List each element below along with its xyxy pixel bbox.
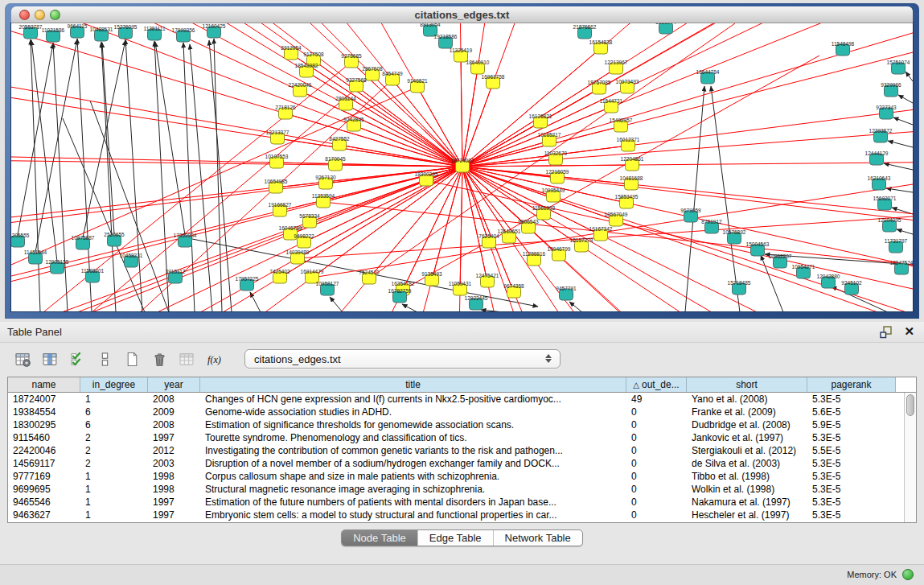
network-node[interactable]: 8912954 [281,45,302,60]
network-node[interactable]: 16126821 [529,113,552,128]
network-node[interactable]: 11568201 [81,268,105,282]
function-builder-icon[interactable]: f(x) [204,350,224,368]
tab-node-table[interactable]: Node Table [342,530,418,546]
network-node[interactable]: 12610651 [498,229,521,243]
network-node[interactable]: 11451544 [24,249,47,264]
float-panel-icon[interactable] [879,326,893,339]
network-node[interactable]: 15004563 [746,241,770,256]
network-node[interactable]: 10576892 [723,229,746,244]
network-node[interactable]: 15492957 [610,117,633,132]
table-row[interactable]: 946554611997Estimation of the future num… [8,496,916,509]
network-node[interactable]: 18757085 [588,80,611,94]
network-node[interactable]: 11032679 [544,150,568,165]
network-node[interactable]: 11021586 [42,27,65,42]
network-node[interactable]: 9275685 [341,53,362,68]
network-node[interactable]: 12475421 [476,273,499,287]
network-node[interactable]: 9679059 [680,208,701,222]
column-header-year[interactable]: year [148,377,200,392]
table-row[interactable]: 2242004622012Investigating the contribut… [8,444,916,457]
network-node[interactable]: 15157278 [570,237,593,252]
close-window-button[interactable] [19,10,30,20]
network-node[interactable]: 10488531 [90,27,113,41]
network-node[interactable]: 16154838 [589,39,613,54]
column-header-pagerank[interactable]: pagerank [807,377,896,392]
network-node[interactable]: 19218586 [434,34,458,48]
network-canvas[interactable]: 18724007 8912954 9127508 18543982 224200… [11,23,913,311]
network-node[interactable]: 7425402 [269,269,290,283]
network-node[interactable]: 2520655 [104,232,125,246]
network-node[interactable]: 9664115 [68,23,88,38]
network-node[interactable]: 17999356 [172,27,195,42]
column-header-name[interactable]: name [8,377,80,392]
network-node[interactable]: 10958127 [316,281,339,295]
network-node[interactable]: 10165217 [538,132,561,146]
network-node[interactable]: 10995449 [542,187,565,202]
table-row[interactable]: 1872400712008Changes of HCN gene express… [8,393,916,406]
network-node[interactable]: 9135493 [421,271,442,286]
network-node[interactable]: 10954271 [792,264,815,278]
network-node[interactable]: 12213967 [605,60,628,74]
network-node[interactable]: 15751074 [887,60,910,74]
network-node[interactable]: 16961758 [482,74,505,89]
network-node[interactable]: 18543982 [295,63,318,77]
column-header-short[interactable]: short [687,377,807,392]
network-node[interactable]: 12042880 [817,274,840,288]
tab-edge-table[interactable]: Edge Table [418,530,494,546]
close-panel-icon[interactable]: ✕ [904,324,914,339]
network-node[interactable]: 15718485 [728,280,751,295]
table-row[interactable]: 1830029562008Estimation of significance … [8,418,916,431]
table-row[interactable]: 969969511998Structural magnetic resonanc… [8,483,916,496]
network-node[interactable]: 8427552 [329,136,350,150]
network-node[interactable]: 16644784 [696,69,720,84]
network-node[interactable]: 11353594 [312,193,335,208]
network-node[interactable]: 10107553 [265,154,289,168]
network-node[interactable]: 11381111 [144,26,166,40]
network-node[interactable]: 8170045 [325,156,346,171]
network-node[interactable]: 11561993 [532,205,556,220]
network-node[interactable]: 9674358 [503,283,524,298]
network-node[interactable]: 17957225 [236,276,259,290]
network-node[interactable]: 20553787 [19,24,43,39]
delete-table-icon[interactable] [150,350,169,368]
network-node[interactable]: 5678334 [299,213,320,228]
zoom-window-button[interactable] [50,10,60,20]
network-graph[interactable]: 18724007 8912954 9127508 18543982 224200… [11,23,913,311]
network-node[interactable]: 7524510 [359,270,380,284]
network-node[interactable]: 16210643 [868,175,891,190]
deselect-all-icon[interactable] [95,350,114,368]
table-row[interactable]: 911546021997Tourette syndrome. Phenomeno… [8,431,916,444]
network-node[interactable]: 8454749 [382,71,403,85]
show-column-icon[interactable] [40,350,60,368]
network-node[interactable]: 7625404 [478,233,499,248]
network-node[interactable]: 9267130 [315,175,336,189]
network-node[interactable]: 12204861 [621,156,644,171]
table-row[interactable]: 1938455462009Genome-wide association stu… [8,406,916,418]
select-all-icon[interactable] [68,350,87,368]
column-header-in_degree[interactable]: in_degree [80,377,148,392]
vertical-scrollbar[interactable] [904,393,916,522]
network-node[interactable]: 10975887 [72,235,95,249]
network-node[interactable]: 3915112 [166,269,186,283]
scrollbar-thumb[interactable] [906,394,914,416]
table-row[interactable]: 946362711997Embryonic stem cells: a mode… [8,509,916,521]
table-settings-icon[interactable] [13,350,32,368]
network-node[interactable]: 9245102 [841,280,862,295]
network-node[interactable]: 12216059 [546,169,569,183]
network-node[interactable]: 8791912 [701,219,722,233]
network-node[interactable]: 11548498 [832,41,855,56]
network-node[interactable]: 9242845 [343,117,364,131]
network-node[interactable]: 21876862 [573,24,597,39]
network-node[interactable]: 9498222 [294,233,314,248]
minimize-window-button[interactable] [35,10,45,20]
column-header-out_de[interactable]: △out_de... [626,377,687,392]
column-header-title[interactable]: title [200,377,626,392]
network-node[interactable]: 21206555 [11,233,30,247]
network-node[interactable]: 16012371 [617,137,640,151]
network-node[interactable]: 10962207 [769,253,792,268]
tab-network-table[interactable]: Network Table [494,530,582,546]
network-node[interactable]: 9329966 [881,82,901,97]
network-node[interactable]: 10567049 [605,212,628,226]
network-node[interactable]: 12847524 [890,260,913,274]
new-table-icon[interactable] [122,350,142,368]
network-node[interactable]: 9146821 [407,78,428,93]
